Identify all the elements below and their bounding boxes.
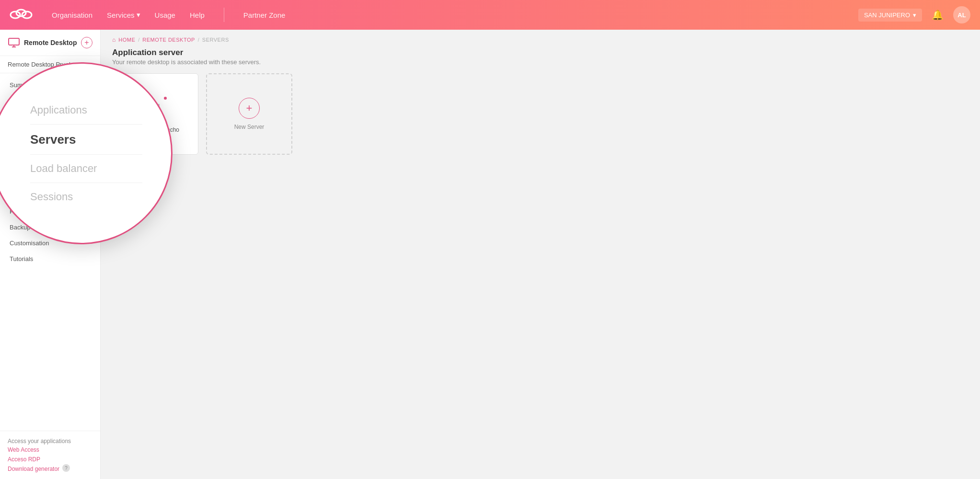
home-icon: ⌂ (112, 36, 115, 43)
download-help-icon[interactable]: ? (62, 464, 70, 472)
services-menu-item-servers[interactable]: Servers (101, 125, 142, 155)
user-initials: AL (957, 11, 966, 19)
page-subtitle: Your remote desktop is associated with t… (112, 58, 968, 66)
svg-point-1 (16, 10, 26, 16)
sidebar-footer-download-row: Download generator ? (8, 464, 92, 472)
nav-partner-zone[interactable]: Partner Zone (243, 11, 286, 19)
region-selector[interactable]: SAN JUNIPERO ▾ (858, 9, 922, 22)
region-label: SAN JUNIPERO (864, 11, 910, 19)
sidebar-header: Remote Desktop + (0, 30, 100, 56)
services-menu-item-applications[interactable]: Applications (101, 96, 142, 125)
main-content: ⌂ HOME / REMOTE DESKTOP / SERVERS Applic… (101, 30, 980, 479)
new-server-label: New Server (234, 124, 265, 130)
topnav-links: Organisation Services ▾ Usage Help Partn… (52, 8, 858, 22)
new-server-card[interactable]: + New Server (206, 73, 292, 155)
notifications-bell-icon[interactable]: 🔔 (930, 7, 945, 23)
server-status-dot (163, 96, 168, 101)
sidebar-item-tutorials[interactable]: Tutorials (0, 251, 100, 267)
nav-services[interactable]: Services ▾ (107, 11, 140, 19)
svg-rect-3 (9, 38, 19, 45)
sidebar-title: Remote Desktop (24, 39, 77, 46)
breadcrumb-sep-2: / (198, 37, 199, 43)
nav-help[interactable]: Help (190, 11, 205, 19)
breadcrumb-home[interactable]: HOME (118, 37, 135, 43)
sidebar-footer-download-generator[interactable]: Download generator (8, 466, 59, 472)
page-header: Application server Your remote desktop i… (101, 43, 980, 73)
layout: Remote Desktop + Remote Desktop Pruebas … (0, 30, 980, 479)
services-menu-item-load-balancer[interactable]: Load balancer (101, 155, 142, 183)
svg-point-2 (22, 11, 32, 18)
logo[interactable] (10, 6, 33, 23)
topnav: Organisation Services ▾ Usage Help Partn… (0, 0, 980, 30)
sidebar-footer-acceso-rdp[interactable]: Acceso RDP (8, 456, 40, 463)
nav-separator (224, 8, 224, 22)
breadcrumb-sep-1: / (138, 37, 139, 43)
sidebar-footer-access-label: Access your applications (8, 438, 71, 445)
svg-point-0 (11, 11, 20, 18)
nav-usage[interactable]: Usage (155, 11, 175, 19)
topnav-right: SAN JUNIPERO ▾ 🔔 AL (858, 6, 970, 23)
breadcrumb-servers: SERVERS (202, 37, 229, 43)
region-arrow-icon: ▾ (913, 11, 916, 19)
services-arrow-icon: ▾ (137, 11, 140, 19)
page-title: Application server (112, 48, 968, 57)
sidebar-footer-web-access[interactable]: Web Access (8, 446, 92, 453)
new-server-plus-icon: + (239, 98, 260, 119)
breadcrumb: ⌂ HOME / REMOTE DESKTOP / SERVERS (101, 30, 980, 43)
breadcrumb-remote-desktop[interactable]: REMOTE DESKTOP (142, 37, 195, 43)
sidebar-footer-bottom: Acceso RDP (8, 454, 92, 463)
nav-organisation[interactable]: Organisation (52, 11, 92, 19)
cards-area: 🖥 rERPruebasNacho + New Server (101, 73, 980, 155)
remote-desktop-icon (8, 36, 20, 49)
sidebar-footer: Access your applications Web Access Acce… (0, 431, 100, 479)
user-avatar[interactable]: AL (953, 6, 970, 23)
services-menu-item-sessions[interactable]: Sessions (101, 183, 142, 211)
sidebar-add-button[interactable]: + (81, 37, 92, 48)
